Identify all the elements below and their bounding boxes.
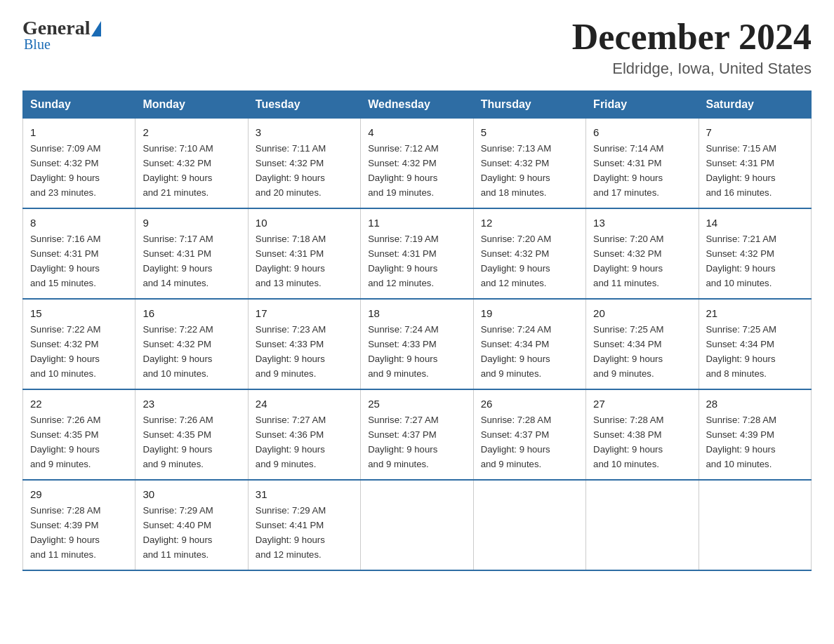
day-info: Sunrise: 7:27 AMSunset: 4:36 PMDaylight:…: [256, 415, 326, 469]
calendar-cell: 12Sunrise: 7:20 AMSunset: 4:32 PMDayligh…: [473, 208, 585, 299]
calendar-cell: [473, 480, 585, 570]
day-info: Sunrise: 7:23 AMSunset: 4:33 PMDaylight:…: [256, 324, 326, 379]
day-number: 2: [143, 124, 240, 140]
calendar-table: SundayMondayTuesdayWednesdayThursdayFrid…: [22, 90, 812, 571]
day-info: Sunrise: 7:12 AMSunset: 4:32 PMDaylight:…: [368, 143, 438, 198]
column-header-saturday: Saturday: [699, 91, 811, 119]
day-info: Sunrise: 7:19 AMSunset: 4:31 PMDaylight:…: [368, 234, 438, 288]
calendar-cell: 31Sunrise: 7:29 AMSunset: 4:41 PMDayligh…: [248, 480, 360, 570]
day-info: Sunrise: 7:25 AMSunset: 4:34 PMDaylight:…: [593, 324, 663, 379]
calendar-cell: 29Sunrise: 7:28 AMSunset: 4:39 PMDayligh…: [23, 480, 135, 570]
calendar-cell: 21Sunrise: 7:25 AMSunset: 4:34 PMDayligh…: [699, 299, 811, 389]
calendar-week-row: 29Sunrise: 7:28 AMSunset: 4:39 PMDayligh…: [23, 480, 812, 570]
day-number: 6: [593, 124, 691, 140]
calendar-cell: 9Sunrise: 7:17 AMSunset: 4:31 PMDaylight…: [135, 208, 248, 299]
day-number: 8: [30, 215, 128, 231]
day-info: Sunrise: 7:28 AMSunset: 4:39 PMDaylight:…: [706, 415, 776, 469]
day-number: 25: [368, 396, 465, 412]
day-info: Sunrise: 7:28 AMSunset: 4:38 PMDaylight:…: [593, 415, 663, 469]
calendar-cell: 4Sunrise: 7:12 AMSunset: 4:32 PMDaylight…: [361, 119, 473, 208]
calendar-cell: 2Sunrise: 7:10 AMSunset: 4:32 PMDaylight…: [135, 119, 248, 208]
calendar-cell: 28Sunrise: 7:28 AMSunset: 4:39 PMDayligh…: [699, 389, 811, 480]
day-info: Sunrise: 7:18 AMSunset: 4:31 PMDaylight:…: [256, 234, 326, 288]
calendar-week-row: 8Sunrise: 7:16 AMSunset: 4:31 PMDaylight…: [23, 208, 812, 299]
day-info: Sunrise: 7:26 AMSunset: 4:35 PMDaylight:…: [30, 415, 100, 469]
logo-triangle-icon: [91, 21, 101, 36]
column-header-tuesday: Tuesday: [248, 91, 360, 119]
logo: General Blue: [22, 17, 101, 53]
month-title: December 2024: [572, 17, 812, 57]
day-number: 26: [481, 396, 578, 412]
day-number: 21: [706, 305, 804, 321]
day-info: Sunrise: 7:13 AMSunset: 4:32 PMDaylight:…: [481, 143, 551, 198]
calendar-cell: 23Sunrise: 7:26 AMSunset: 4:35 PMDayligh…: [135, 389, 248, 480]
calendar-week-row: 15Sunrise: 7:22 AMSunset: 4:32 PMDayligh…: [23, 299, 812, 389]
calendar-cell: 17Sunrise: 7:23 AMSunset: 4:33 PMDayligh…: [248, 299, 360, 389]
day-number: 17: [256, 305, 353, 321]
day-info: Sunrise: 7:20 AMSunset: 4:32 PMDaylight:…: [593, 234, 663, 288]
logo-blue-text: Blue: [24, 36, 51, 53]
day-info: Sunrise: 7:28 AMSunset: 4:37 PMDaylight:…: [481, 415, 551, 469]
day-number: 28: [706, 396, 804, 412]
calendar-cell: 14Sunrise: 7:21 AMSunset: 4:32 PMDayligh…: [699, 208, 811, 299]
calendar-cell: 19Sunrise: 7:24 AMSunset: 4:34 PMDayligh…: [473, 299, 585, 389]
day-number: 5: [481, 124, 578, 140]
calendar-cell: 13Sunrise: 7:20 AMSunset: 4:32 PMDayligh…: [586, 208, 699, 299]
day-info: Sunrise: 7:10 AMSunset: 4:32 PMDaylight:…: [143, 143, 213, 198]
calendar-week-row: 1Sunrise: 7:09 AMSunset: 4:32 PMDaylight…: [23, 119, 812, 208]
day-number: 16: [143, 305, 240, 321]
day-info: Sunrise: 7:14 AMSunset: 4:31 PMDaylight:…: [593, 143, 663, 198]
day-number: 29: [30, 486, 128, 502]
day-number: 24: [256, 396, 353, 412]
day-info: Sunrise: 7:29 AMSunset: 4:41 PMDaylight:…: [256, 505, 326, 560]
day-number: 3: [256, 124, 353, 140]
calendar-cell: [586, 480, 699, 570]
day-number: 11: [368, 215, 465, 231]
calendar-cell: 7Sunrise: 7:15 AMSunset: 4:31 PMDaylight…: [699, 119, 811, 208]
day-info: Sunrise: 7:29 AMSunset: 4:40 PMDaylight:…: [143, 505, 213, 560]
day-number: 23: [143, 396, 240, 412]
day-number: 22: [30, 396, 128, 412]
day-info: Sunrise: 7:24 AMSunset: 4:33 PMDaylight:…: [368, 324, 438, 379]
day-info: Sunrise: 7:21 AMSunset: 4:32 PMDaylight:…: [706, 234, 776, 288]
day-number: 31: [256, 486, 353, 502]
calendar-cell: [361, 480, 473, 570]
day-number: 18: [368, 305, 465, 321]
day-info: Sunrise: 7:24 AMSunset: 4:34 PMDaylight:…: [481, 324, 551, 379]
calendar-cell: 10Sunrise: 7:18 AMSunset: 4:31 PMDayligh…: [248, 208, 360, 299]
day-number: 7: [706, 124, 804, 140]
calendar-cell: 15Sunrise: 7:22 AMSunset: 4:32 PMDayligh…: [23, 299, 135, 389]
calendar-cell: 25Sunrise: 7:27 AMSunset: 4:37 PMDayligh…: [361, 389, 473, 480]
title-block: December 2024 Eldridge, Iowa, United Sta…: [572, 17, 812, 78]
calendar-cell: 22Sunrise: 7:26 AMSunset: 4:35 PMDayligh…: [23, 389, 135, 480]
day-info: Sunrise: 7:28 AMSunset: 4:39 PMDaylight:…: [30, 505, 100, 560]
calendar-week-row: 22Sunrise: 7:26 AMSunset: 4:35 PMDayligh…: [23, 389, 812, 480]
day-number: 14: [706, 215, 804, 231]
day-number: 9: [143, 215, 240, 231]
column-header-monday: Monday: [135, 91, 248, 119]
day-number: 4: [368, 124, 465, 140]
calendar-cell: 20Sunrise: 7:25 AMSunset: 4:34 PMDayligh…: [586, 299, 699, 389]
day-info: Sunrise: 7:26 AMSunset: 4:35 PMDaylight:…: [143, 415, 213, 469]
day-number: 10: [256, 215, 353, 231]
calendar-cell: 27Sunrise: 7:28 AMSunset: 4:38 PMDayligh…: [586, 389, 699, 480]
calendar-cell: 6Sunrise: 7:14 AMSunset: 4:31 PMDaylight…: [586, 119, 699, 208]
day-number: 1: [30, 124, 128, 140]
calendar-cell: 26Sunrise: 7:28 AMSunset: 4:37 PMDayligh…: [473, 389, 585, 480]
day-number: 15: [30, 305, 128, 321]
calendar-cell: 18Sunrise: 7:24 AMSunset: 4:33 PMDayligh…: [361, 299, 473, 389]
day-number: 12: [481, 215, 578, 231]
day-number: 19: [481, 305, 578, 321]
day-info: Sunrise: 7:17 AMSunset: 4:31 PMDaylight:…: [143, 234, 213, 288]
day-info: Sunrise: 7:20 AMSunset: 4:32 PMDaylight:…: [481, 234, 551, 288]
day-info: Sunrise: 7:25 AMSunset: 4:34 PMDaylight:…: [706, 324, 776, 379]
day-info: Sunrise: 7:16 AMSunset: 4:31 PMDaylight:…: [30, 234, 100, 288]
column-header-thursday: Thursday: [473, 91, 585, 119]
column-header-friday: Friday: [586, 91, 699, 119]
location-text: Eldridge, Iowa, United States: [572, 60, 812, 78]
column-header-wednesday: Wednesday: [361, 91, 473, 119]
calendar-cell: [699, 480, 811, 570]
day-number: 13: [593, 215, 691, 231]
day-info: Sunrise: 7:22 AMSunset: 4:32 PMDaylight:…: [143, 324, 213, 379]
day-info: Sunrise: 7:27 AMSunset: 4:37 PMDaylight:…: [368, 415, 438, 469]
